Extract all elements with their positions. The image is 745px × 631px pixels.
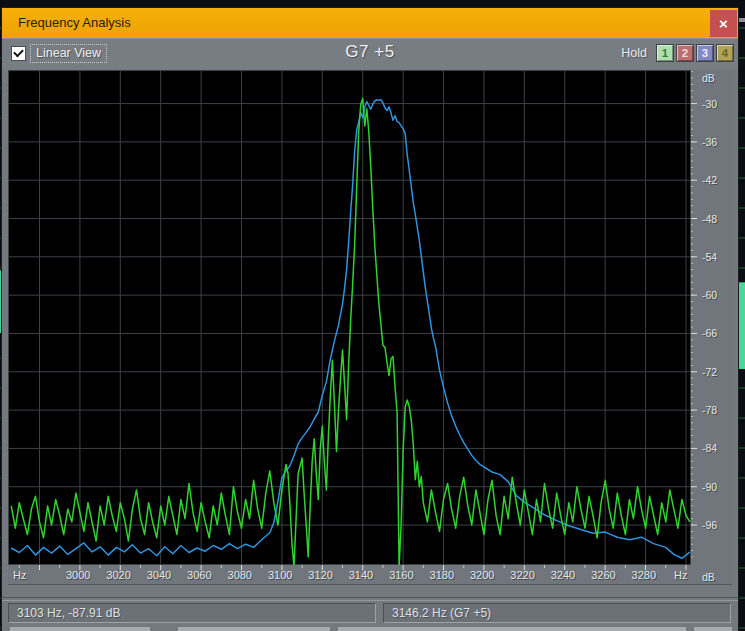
close-icon: × [719,15,728,32]
y-tick-label: -84 [702,442,717,454]
clipped-panel-segment [338,627,686,631]
x-tick-label: 3240 [551,569,575,581]
background-meter-right [739,282,745,369]
linear-view-label[interactable]: Linear View [30,44,107,63]
screen: Frequency Analysis × Linear View G7 +5 H… [0,0,745,631]
spectrum-green-curve [11,99,690,566]
hold-button-4[interactable]: 4 [716,44,734,62]
x-tick-label: 3200 [470,569,494,581]
background-window-edge [739,18,745,22]
x-tick-label: 3120 [308,569,332,581]
status-bar-divider [2,597,738,601]
x-axis-unit-right: Hz [674,569,687,581]
note-title: G7 +5 [345,42,394,62]
y-tick-label: -66 [702,327,717,339]
hold-button-1[interactable]: 1 [656,44,674,62]
toolbar: Linear View G7 +5 Hold 1234 [2,38,738,69]
hold-label: Hold [621,46,647,60]
title-bar[interactable]: Frequency Analysis × [2,8,738,38]
x-tick-label: 3080 [228,569,252,581]
x-tick-label: 3260 [591,569,615,581]
y-tick-label: -60 [702,289,717,301]
y-tick-label: -36 [702,136,717,148]
checkmark-icon [13,47,24,58]
x-tick-label: 3140 [349,569,373,581]
y-axis-unit-top: dB [702,72,715,84]
y-tick-label: -90 [702,481,717,493]
hold-button-2[interactable]: 2 [676,44,694,62]
linear-view-checkbox[interactable] [11,46,26,61]
x-tick-label: 3020 [106,569,130,581]
x-tick-label: 3040 [147,569,171,581]
frequency-axis: Hz Hz 3000302030403060308031003120314031… [8,565,732,585]
clipped-panel-segment [10,627,150,631]
hold-buttons: 1234 [654,44,734,62]
y-tick-label: -96 [702,519,717,531]
clipped-panel-segment [694,627,732,631]
y-tick-label: -48 [702,213,717,225]
x-tick-label: 3100 [268,569,292,581]
y-tick-label: -42 [702,174,717,186]
hold-group: Hold 1234 [621,44,734,62]
frequency-analysis-window: Frequency Analysis × Linear View G7 +5 H… [2,8,738,631]
hold-button-3[interactable]: 3 [696,44,714,62]
cursor-readout: 3103 Hz, -87.91 dB [8,603,376,623]
y-tick-label: -54 [702,251,717,263]
clipped-panel-segment [178,627,330,631]
window-title: Frequency Analysis [18,8,131,38]
x-tick-label: 3060 [187,569,211,581]
y-tick-label: -72 [702,366,717,378]
db-axis: dB dB -30-36-42-48-54-60-66-72-78-84-90-… [691,70,732,584]
x-tick-label: 3280 [632,569,656,581]
y-tick-label: -30 [702,98,717,110]
close-button[interactable]: × [710,10,737,37]
x-tick-label: 3180 [430,569,454,581]
x-tick-label: 3000 [66,569,90,581]
y-axis-unit-bottom: dB [702,571,715,583]
x-tick-label: 3160 [389,569,413,581]
spectrum-plot[interactable] [8,70,691,565]
peak-readout: 3146.2 Hz (G7 +5) [383,603,731,623]
x-tick-label: 3220 [510,569,534,581]
x-axis-unit-left: Hz [13,569,26,581]
y-tick-label: -78 [702,404,717,416]
